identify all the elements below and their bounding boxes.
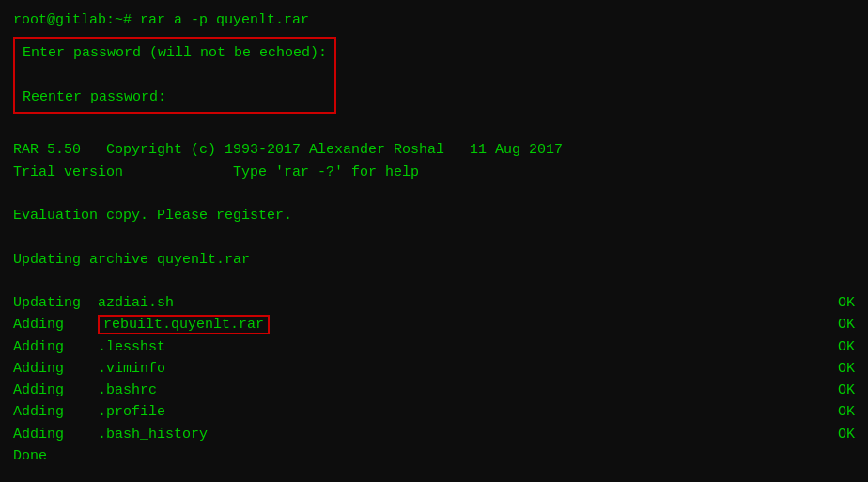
done-line: Done — [13, 445, 855, 467]
file-row-2: Adding .lesshst OK — [13, 336, 855, 358]
file-action: Updating azdiai.sh — [13, 292, 174, 314]
file-row-3: Adding .viminfo OK — [13, 358, 855, 380]
file-status: OK — [838, 358, 855, 380]
file-status: OK — [838, 424, 855, 445]
terminal: root@gitlab:~# rar a -p quyenlt.rar Ente… — [13, 9, 855, 482]
file-action: Adding .profile — [13, 401, 165, 423]
file-action: Adding .bash_history — [13, 424, 208, 445]
file-status: OK — [838, 336, 855, 358]
rar-info-line1: RAR 5.50 Copyright (c) 1993-2017 Alexand… — [13, 139, 855, 161]
file-action: Adding .bashrc — [13, 380, 157, 401]
file-row-0: Updating azdiai.sh OK — [13, 292, 855, 314]
file-status: OK — [838, 380, 855, 401]
file-row-4: Adding .bashrc OK — [13, 380, 855, 401]
file-status: OK — [838, 292, 855, 314]
rar-info-line2: Trial version Type 'rar -?' for help — [13, 162, 855, 183]
file-row-1: Adding rebuilt.quyenlt.rar OK — [13, 314, 855, 335]
file-action: Adding rebuilt.quyenlt.rar — [13, 314, 270, 335]
file-status: OK — [838, 401, 855, 423]
reenter-prompt: Reenter password: — [23, 86, 327, 108]
file-status: OK — [838, 314, 855, 335]
password-prompt: Enter password (will not be echoed): — [23, 42, 327, 64]
updating-archive: Updating archive quyenlt.rar — [13, 249, 855, 271]
file-row-6: Adding .bash_history OK — [13, 424, 855, 445]
command-line: root@gitlab:~# rar a -p quyenlt.rar — [13, 9, 855, 31]
file-row-5: Adding .profile OK — [13, 401, 855, 423]
eval-copy: Evaluation copy. Please register. — [13, 205, 855, 226]
file-action: Adding .lesshst — [13, 336, 165, 358]
bottom-prompt: root@gitlab:~# — [13, 467, 855, 482]
file-action: Adding .viminfo — [13, 358, 165, 380]
